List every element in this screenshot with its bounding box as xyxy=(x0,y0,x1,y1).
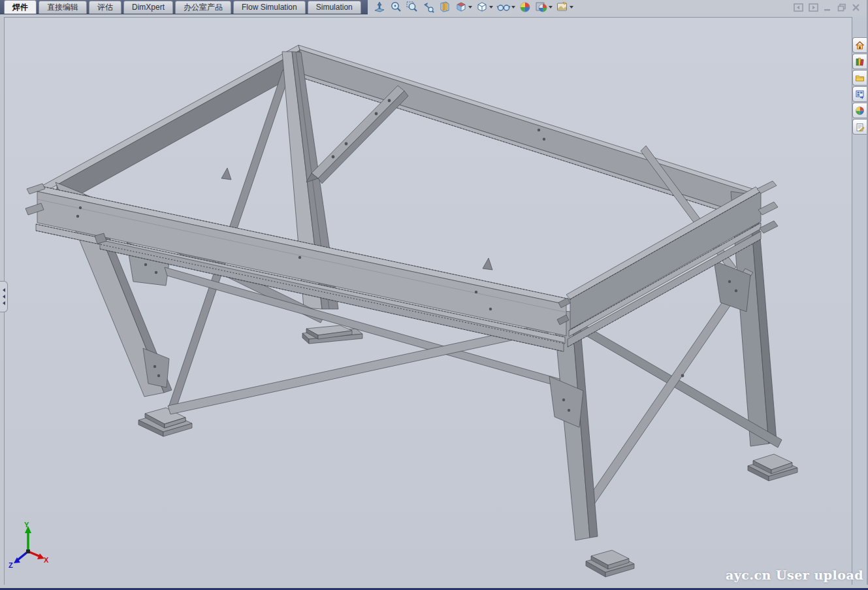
close-icon[interactable] xyxy=(852,3,860,12)
apply-scene-icon[interactable] xyxy=(535,1,553,14)
chevron-left-icon xyxy=(3,295,5,299)
triad-y-label: Y xyxy=(24,521,29,529)
collapse-pane-right-icon[interactable] xyxy=(809,3,818,12)
minimize-icon[interactable] xyxy=(824,3,832,12)
custom-properties-tab[interactable] xyxy=(852,119,867,135)
edit-appearance-icon[interactable] xyxy=(519,1,532,14)
graphics-viewport[interactable]: Y X Z xyxy=(4,17,852,585)
solidworks-window: { "ribbon": { "tabs": [ {"label": "焊件", … xyxy=(0,0,868,590)
task-pane-tabs xyxy=(852,37,867,135)
collapse-pane-left-icon[interactable] xyxy=(794,3,803,12)
tab-simulation[interactable]: Simulation xyxy=(308,1,361,14)
view-palette-icon xyxy=(855,90,865,99)
watermark-text: ayc.cn User upload xyxy=(726,568,863,582)
weldment-model[interactable] xyxy=(25,45,797,577)
folder-icon xyxy=(855,73,865,83)
solidworks-resources-tab[interactable] xyxy=(852,37,867,53)
heads-up-toolbar-area xyxy=(368,0,868,14)
tab-flow-simulation[interactable]: Flow Simulation xyxy=(233,1,306,14)
previous-view-icon[interactable] xyxy=(422,1,435,14)
tab-dimxpert[interactable]: DimXpert xyxy=(123,1,173,14)
frame-back-rails[interactable] xyxy=(41,45,761,221)
triad-x-label: X xyxy=(44,556,49,564)
brace-tip-spike-2[interactable] xyxy=(483,258,492,270)
file-explorer-tab[interactable] xyxy=(852,70,867,86)
chevron-left-icon xyxy=(3,288,5,292)
appearance-sphere-icon xyxy=(855,106,865,116)
appearances-scenes-tab[interactable] xyxy=(852,103,867,118)
display-style-icon[interactable] xyxy=(475,1,493,14)
home-icon xyxy=(855,41,865,50)
foot-front-leg[interactable] xyxy=(586,550,634,577)
triad-z-label: Z xyxy=(8,561,13,569)
brace-bolted-angle[interactable] xyxy=(306,86,408,184)
design-library-tab[interactable] xyxy=(852,54,867,69)
tab-weldments[interactable]: 焊件 xyxy=(4,0,37,14)
task-pane-strip xyxy=(852,17,867,585)
zoom-to-area-icon[interactable] xyxy=(406,1,419,14)
brace-tip-spike-1[interactable] xyxy=(221,168,231,180)
view-orientation-icon[interactable] xyxy=(455,1,472,14)
chevron-left-icon xyxy=(3,301,5,305)
feature-manager-collapsed-tab[interactable] xyxy=(0,281,8,312)
foot-right-leg[interactable] xyxy=(748,454,797,481)
normal-to-icon[interactable] xyxy=(373,1,386,14)
orientation-triad: Y X Z xyxy=(8,521,49,569)
view-settings-icon[interactable] xyxy=(556,1,573,14)
zoom-to-fit-icon[interactable] xyxy=(389,1,402,14)
section-view-icon[interactable] xyxy=(438,1,451,14)
document-pencil-icon xyxy=(855,122,865,132)
heads-up-view-toolbar xyxy=(373,1,573,14)
3d-viewport-canvas[interactable]: Y X Z xyxy=(5,18,852,585)
tab-office-products[interactable]: 办公室产品 xyxy=(175,1,231,14)
view-palette-tab[interactable] xyxy=(852,86,867,102)
restore-icon[interactable] xyxy=(837,3,846,12)
command-manager-tabs: 焊件 直接编辑 评估 DimXpert 办公室产品 Flow Simulatio… xyxy=(0,0,368,14)
library-books-icon xyxy=(855,57,865,67)
hide-show-items-icon[interactable] xyxy=(496,1,515,14)
window-controls xyxy=(794,3,860,12)
tab-direct-editing[interactable]: 直接编辑 xyxy=(39,1,87,14)
window-bottom-border xyxy=(0,585,868,590)
tab-evaluate[interactable]: 评估 xyxy=(89,1,121,14)
foot-left-leg[interactable] xyxy=(138,408,192,436)
title-ribbon-bar: 焊件 直接编辑 评估 DimXpert 办公室产品 Flow Simulatio… xyxy=(0,0,868,14)
